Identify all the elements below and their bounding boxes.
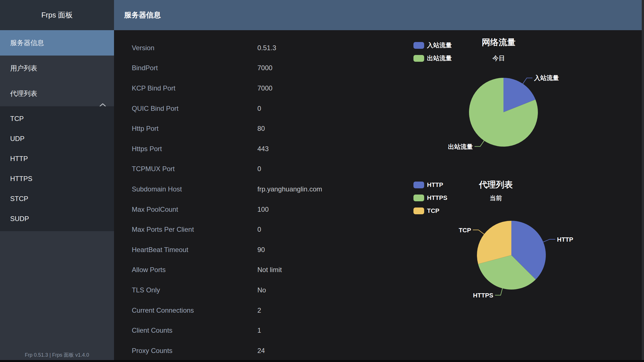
info-value: 0.51.3: [257, 44, 276, 52]
server-info-list: Version0.51.3BindPort7000KCP Bind Port70…: [114, 30, 399, 361]
sidebar-item-user-list[interactable]: 用户列表: [0, 56, 114, 81]
info-label: KCP Bind Port: [132, 84, 175, 92]
info-value: 0: [257, 226, 261, 233]
info-value: 443: [257, 145, 269, 153]
info-label: Current Connections: [132, 306, 194, 314]
info-row: KCP Bind Port7000: [114, 78, 399, 98]
sidebar-item-sudp[interactable]: SUDP: [0, 209, 114, 229]
info-value: 80: [257, 125, 265, 133]
info-value: 7000: [257, 64, 272, 72]
pie-slice-label: HTTP: [557, 236, 573, 243]
info-row: TLS OnlyNo: [114, 280, 399, 300]
pie-slice-label: 出站流量: [448, 143, 473, 150]
info-value: 0: [257, 105, 261, 112]
sidebar-item-label: 代理列表: [10, 90, 37, 97]
pie-label-leader-line: [543, 239, 555, 242]
info-label: Max Ports Per Client: [132, 226, 194, 233]
info-value: No: [257, 286, 266, 294]
info-row: Max PoolCount100: [114, 199, 399, 220]
info-value: 0: [257, 165, 261, 173]
info-row: QUIC Bind Port0: [114, 98, 399, 119]
info-label: HeartBeat Timeout: [132, 246, 188, 254]
info-label: Version: [132, 44, 154, 52]
info-row: HeartBeat Timeout90: [114, 240, 399, 260]
sidebar-item-http[interactable]: HTTP: [0, 149, 114, 169]
info-value: 24: [257, 347, 265, 355]
info-label: Allow Ports: [132, 266, 166, 274]
sidebar-item-label: 用户列表: [10, 64, 37, 72]
frps-dashboard: Frps 面板 服务器信息 用户列表 代理列表 TCP UDP HTTP HTT: [0, 0, 644, 362]
info-row: Max Ports Per Client0: [114, 219, 399, 240]
info-label: Subdomain Host: [132, 185, 182, 193]
info-value: 90: [257, 246, 265, 254]
info-label: QUIC Bind Port: [132, 105, 178, 112]
page-title: 服务器信息: [124, 11, 161, 19]
pie-label-leader-line: [474, 141, 484, 147]
sidebar-item-udp[interactable]: UDP: [0, 129, 114, 149]
info-value: frp.yanghuanglin.com: [257, 185, 322, 193]
info-row: Client Counts1: [114, 320, 399, 341]
info-label: Https Port: [132, 145, 162, 153]
info-label: Client Counts: [132, 326, 172, 334]
info-label: Max PoolCount: [132, 206, 178, 213]
info-label: Proxy Counts: [132, 347, 172, 355]
info-row: Http Port80: [114, 118, 399, 139]
scrollbar-track[interactable]: [642, 0, 644, 360]
pie-slice-label: HTTPS: [473, 292, 493, 299]
page-header: 服务器信息: [114, 0, 644, 30]
info-row: Subdomain Hostfrp.yanghuanglin.com: [114, 179, 399, 199]
pie-slice-label: TCP: [459, 227, 471, 234]
pie-charts-canvas: 入站流量出站流量HTTPHTTPSTCP: [389, 30, 644, 360]
info-row: BindPort7000: [114, 58, 399, 78]
sidebar-item-proxy-list[interactable]: 代理列表: [0, 81, 114, 106]
info-label: BindPort: [132, 64, 158, 72]
pie-label-leader-line: [495, 288, 502, 295]
info-value: 7000: [257, 84, 272, 92]
info-row: Version0.51.3: [114, 38, 399, 58]
sidebar-item-server-info[interactable]: 服务器信息: [0, 30, 114, 56]
sidebar-item-https[interactable]: HTTPS: [0, 169, 114, 189]
info-value: 1: [257, 326, 261, 334]
info-label: TLS Only: [132, 286, 160, 294]
info-value: 2: [257, 306, 261, 314]
info-row: Current Connections2: [114, 300, 399, 321]
sidebar-item-tcp[interactable]: TCP: [0, 109, 114, 129]
info-value: 100: [257, 206, 269, 213]
sidebar-item-stcp[interactable]: STCP: [0, 189, 114, 209]
info-label: TCPMUX Port: [132, 165, 175, 173]
pie-label-leader-line: [473, 230, 484, 234]
sidebar-item-label: 服务器信息: [10, 39, 44, 47]
info-label: Http Port: [132, 125, 159, 133]
info-row: Allow PortsNot limit: [114, 260, 399, 280]
app-title: Frps 面板: [0, 0, 114, 30]
info-value: Not limit: [257, 266, 282, 274]
info-row: TCPMUX Port0: [114, 159, 399, 179]
info-row: Proxy Counts24: [114, 341, 399, 361]
proxy-type-submenu: TCP UDP HTTP HTTPS STCP SUDP: [0, 106, 114, 231]
pie-label-leader-line: [523, 78, 533, 84]
pie-slice-label: 入站流量: [534, 74, 559, 81]
version-footer: Frp 0.51.3 | Frps 面板 v1.4.0: [0, 352, 114, 358]
sidebar: Frps 面板 服务器信息 用户列表 代理列表 TCP UDP HTTP HTT: [0, 0, 114, 360]
info-row: Https Port443: [114, 139, 399, 159]
window-bottom-edge: [0, 360, 644, 362]
